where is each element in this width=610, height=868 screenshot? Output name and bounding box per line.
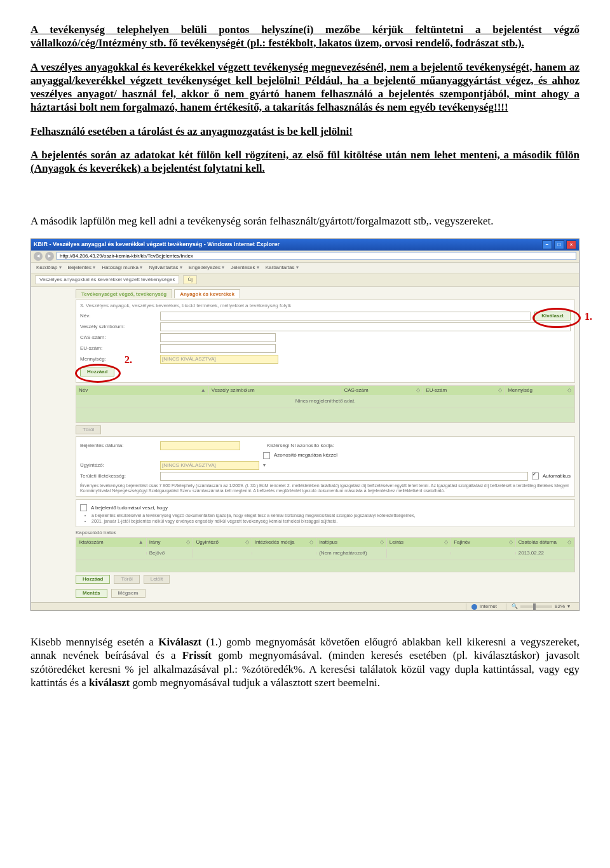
subbar-activities[interactable]: Veszélyes anyagokkal és keverékkel végze… — [35, 275, 179, 284]
menu-bejelentes[interactable]: Bejelentés — [68, 265, 96, 271]
status-bar: Internet 🔍 82% ▾ — [31, 602, 579, 610]
acknowledge-panel: A bejelentő tudomásul veszi, hogy a beje… — [76, 499, 575, 527]
address-bar: ◄ ► — [31, 251, 579, 263]
bullet-1: a bejelentés elküldésével a tevékenység … — [92, 513, 571, 518]
col-fajlnev[interactable]: Fajlnév◇ — [451, 538, 515, 547]
lower-panel: Bejelentés dátuma: Kistérségi NI azonosí… — [76, 436, 575, 497]
docs-grid: Iktatószám▲ Irány◇ Ügyintéző◇ Intézkedés… — [76, 537, 575, 560]
close-button[interactable]: × — [566, 240, 576, 249]
label-cas: CAS-szám: — [80, 334, 156, 341]
col-leiras[interactable]: Leírás◇ — [387, 538, 451, 547]
zoom-value: 82% — [555, 603, 565, 610]
button-letolt[interactable]: Letölt — [144, 575, 170, 584]
menu-karbantartas[interactable]: Karbantartás — [266, 265, 299, 271]
button-torol-2[interactable]: Töröl — [114, 575, 139, 584]
select-quantity[interactable]: [NINCS KIVÁLASZTVA] — [160, 355, 278, 364]
browser-window: KBIR - Veszélyes anyaggal és keverékkel … — [30, 238, 580, 612]
button-torol[interactable]: Töröl — [76, 425, 101, 434]
input-territory[interactable] — [160, 472, 528, 481]
label-quantity: Mennyiség: — [80, 356, 156, 362]
paragraph-4: A bejelentés során az adatokat két fülön… — [30, 148, 580, 176]
col-csatolas[interactable]: Csatolás dátuma◇ — [516, 538, 574, 547]
label-territory: Területi illetékesség: — [80, 473, 156, 479]
menu-nyilvantartas[interactable]: Nyilvántartás — [149, 265, 182, 271]
zoom-dropdown-icon[interactable]: ▾ — [567, 603, 570, 610]
menu-kezdolap[interactable]: Kezdőlap — [36, 265, 62, 271]
status-zone-zoom: 🔍 82% ▾ — [506, 603, 575, 610]
zoom-slider[interactable] — [520, 605, 552, 608]
label-ugyintezo: Ügyintéző: — [80, 462, 156, 469]
maximize-button[interactable]: □ — [554, 240, 564, 249]
paragraph-1: A tevékenység telephelyen belüli pontos … — [30, 23, 580, 50]
button-mentes[interactable]: Mentés — [76, 589, 107, 598]
col-name[interactable]: Név▲ — [76, 386, 209, 395]
col-iktato[interactable]: Iktatószám▲ — [76, 538, 147, 547]
menu-engedelyezes[interactable]: Engedélyezés — [189, 265, 225, 271]
title-bar: KBIR - Veszélyes anyaggal és keverékkel … — [31, 239, 579, 251]
sub-bar: Veszélyes anyagokkal és keverékkel végze… — [31, 273, 579, 287]
label-manual-id: Azonosító megadása kézzel — [274, 452, 337, 458]
panel-materials-title: 3. Veszélyes anyagok, veszélyes keveréke… — [80, 303, 571, 309]
label-kist: Kistérségi NI azonosító kódja: — [267, 443, 334, 449]
menu-hatosagi[interactable]: Hatósági munka — [102, 265, 142, 271]
label-acknowledge: A bejelentő tudomásul veszi, hogy — [91, 505, 168, 511]
checkbox-auto[interactable] — [532, 472, 539, 479]
minimize-button[interactable]: − — [542, 240, 552, 249]
forward-button[interactable]: ► — [45, 252, 54, 261]
label-eu: EU-szám: — [80, 345, 156, 352]
button-hozzaad[interactable]: Hozzáad — [80, 368, 114, 376]
button-kivalaszt[interactable]: Kiválaszt — [534, 312, 571, 320]
panel-materials: 3. Veszélyes anyagok, veszélyes keveréke… — [76, 300, 575, 383]
label-name: Név: — [80, 313, 156, 319]
menu-jelentesek[interactable]: Jelentések — [231, 265, 259, 271]
materials-grid: Név▲ Veszély szimbólum CAS-szám◇ EU-szám… — [76, 385, 575, 408]
input-name[interactable] — [160, 312, 531, 320]
paragraph-3: Felhasználó esetében a tárolást és az an… — [30, 125, 580, 138]
app-menu: Kezdőlap Bejelentés Hatósági munka Nyilv… — [31, 263, 579, 273]
window-buttons: − □ × — [542, 240, 576, 249]
select-ugyintezo[interactable]: [NINCS KIVÁLASZTVA] — [160, 461, 259, 470]
app-body: Tevékenységet végző, tevékenység Anyagok… — [31, 287, 579, 603]
related-docs-title: Kapcsolódó iratok — [76, 530, 575, 536]
subbar-new[interactable]: Új — [183, 275, 197, 284]
back-button[interactable]: ◄ — [34, 252, 43, 261]
materials-grid-empty: Nincs megjeleníthető adat. — [76, 395, 574, 408]
window-title: KBIR - Veszélyes anyaggal és keverékkel … — [34, 241, 280, 248]
input-hazard — [160, 322, 571, 331]
checkbox-manual-id[interactable] — [263, 452, 270, 459]
annotation-2: 2. — [125, 354, 132, 366]
docs-grid-row[interactable]: Bejövő (Nem meghatározott) 2013.02.22 — [76, 547, 574, 560]
col-irany[interactable]: Irány◇ — [147, 538, 194, 547]
bullet-2: 2001. január 1-jétől bejelentés nélkül v… — [92, 519, 571, 524]
col-cas[interactable]: CAS-szám◇ — [341, 386, 423, 395]
input-cas — [160, 333, 276, 342]
col-ugyintezo[interactable]: Ügyintéző◇ — [193, 538, 252, 547]
button-megsem[interactable]: Mégsem — [111, 589, 146, 598]
checkbox-acknowledge[interactable] — [80, 504, 87, 511]
url-input[interactable] — [57, 252, 576, 260]
col-hazard[interactable]: Veszély szimbólum — [209, 386, 342, 395]
col-intezkedes[interactable]: Intézkedés módja◇ — [252, 538, 316, 547]
label-date: Bejelentés dátuma: — [80, 443, 156, 449]
tab-materials[interactable]: Anyagok és keverékek — [174, 289, 240, 298]
button-hozzaad-2[interactable]: Hozzáad — [76, 575, 110, 584]
label-auto: Automatikus — [543, 473, 571, 479]
zoom-icon: 🔍 — [512, 603, 518, 610]
fee-note: Érvényes tevékenység bejelentést csak 7 … — [80, 483, 571, 494]
col-irattipus[interactable]: Irattípus◇ — [316, 538, 387, 547]
input-date[interactable] — [160, 441, 240, 450]
tab-activity[interactable]: Tevékenységet végző, tevékenység — [76, 289, 172, 298]
paragraph-6: Kisebb mennyiség esetén a Kiválaszt (1.)… — [30, 635, 580, 689]
paragraph-5: A második lapfülön meg kell adni a tevék… — [30, 214, 580, 228]
col-eu[interactable]: EU-szám◇ — [423, 386, 505, 395]
dropdown-icon: ▾ — [263, 462, 266, 469]
status-zone-internet: Internet — [466, 603, 502, 610]
globe-icon — [471, 604, 477, 610]
tabs: Tevékenységet végző, tevékenység Anyagok… — [76, 289, 575, 298]
input-eu — [160, 344, 276, 353]
label-hazard: Veszély szimbólum: — [80, 324, 156, 330]
col-qty[interactable]: Mennyiség◇ — [505, 386, 574, 395]
paragraph-2: A veszélyes anyagokkal és keverékekkel v… — [30, 60, 580, 114]
annotation-1: 1. — [585, 310, 592, 323]
